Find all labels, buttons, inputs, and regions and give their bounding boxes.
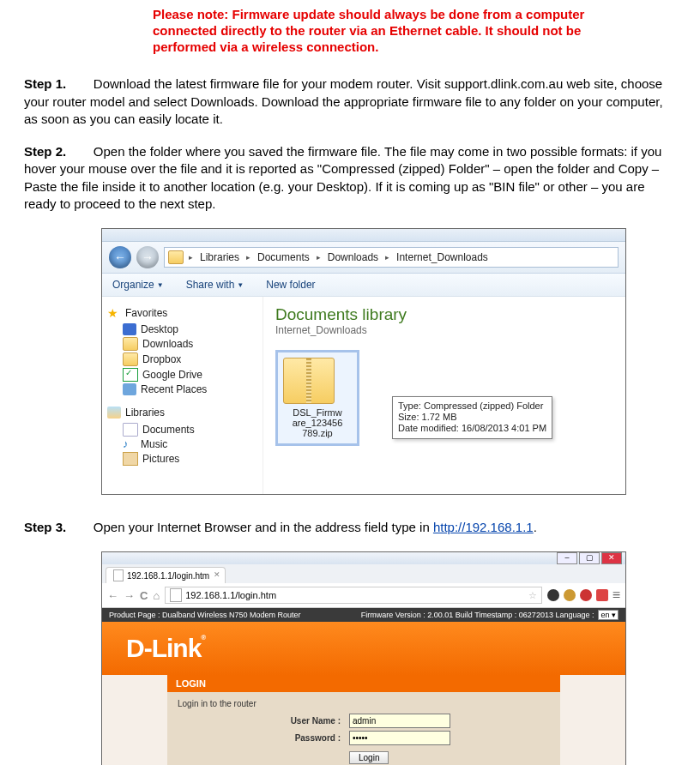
step-2: Step 2. Open the folder where you saved … (24, 143, 676, 213)
file-name-line3: 789.zip (283, 428, 352, 438)
bookmark-star-icon[interactable]: ☆ (528, 590, 537, 601)
dlink-logo: D-Link® (126, 634, 205, 663)
firmware-warning: Please note: Firmware update should alwa… (153, 7, 590, 55)
browser-menu-icon[interactable]: ≡ (612, 589, 620, 601)
nav-desktop[interactable]: Desktop (107, 322, 257, 336)
library-title: Documents library (275, 305, 613, 324)
nav-music[interactable]: ♪Music (107, 437, 257, 451)
document-icon (123, 423, 138, 437)
desktop-icon (123, 323, 136, 335)
nav-favorites[interactable]: ★Favorites (107, 307, 257, 319)
browser-tab[interactable]: 192.168.1.1/login.htm ✕ (106, 567, 226, 583)
crumb-documents[interactable]: Documents (256, 251, 311, 263)
google-drive-icon (123, 368, 138, 382)
extension-icon[interactable] (580, 589, 592, 601)
window-minimize-button[interactable]: – (557, 552, 577, 564)
zip-folder-icon (283, 358, 335, 404)
navigation-pane: ★Favorites Desktop Downloads Dropbox Goo… (102, 297, 262, 494)
login-button[interactable]: Login (349, 751, 389, 764)
nav-downloads[interactable]: Downloads (107, 336, 257, 352)
file-name-line1: DSL_Firmw (283, 407, 352, 418)
nav-recent-places[interactable]: Recent Places (107, 382, 257, 396)
browser-screenshot: – ▢ ✕ 192.168.1.1/login.htm ✕ ← → C ⌂ 19… (101, 551, 626, 765)
step-3-label: Step 3. (24, 519, 75, 536)
libraries-icon (107, 407, 121, 419)
folder-icon (123, 352, 138, 366)
tooltip-date: Date modified: 16/08/2013 4:01 PM (398, 423, 546, 434)
browser-back-button[interactable]: ← (107, 589, 118, 602)
library-subtitle: Internet_Downloads (275, 324, 613, 336)
extension-icon[interactable] (596, 589, 608, 601)
page-icon (113, 569, 124, 581)
crumb-internet-downloads[interactable]: Internet_Downloads (395, 251, 490, 263)
address-bar[interactable]: ▸ Libraries ▸ Documents ▸ Downloads ▸ In… (164, 247, 619, 268)
nav-dropbox[interactable]: Dropbox (107, 352, 257, 367)
firmware-zip-file[interactable]: DSL_Firmw are_123456 789.zip (275, 350, 359, 446)
browser-address-bar[interactable]: 192.168.1.1/login.htm ☆ (165, 587, 541, 604)
extension-icon[interactable] (564, 589, 576, 601)
window-maximize-button[interactable]: ▢ (579, 552, 600, 564)
url-text: 192.168.1.1/login.htm (185, 590, 276, 600)
step-2-label: Step 2. (24, 143, 75, 160)
content-pane: Documents library Internet_Downloads DSL… (262, 297, 625, 494)
password-input[interactable] (349, 731, 450, 745)
language-select[interactable]: en ▾ (598, 610, 619, 620)
browser-home-button[interactable]: ⌂ (153, 589, 160, 602)
step-1-text: Download the latest firmware file for yo… (24, 76, 663, 126)
nav-google-drive[interactable]: Google Drive (107, 367, 257, 382)
new-folder-button[interactable]: New folder (266, 279, 315, 291)
file-tooltip: Type: Compressed (zipped) Folder Size: 1… (392, 396, 552, 439)
tab-title: 192.168.1.1/login.htm (127, 571, 209, 581)
step-1: Step 1. Download the latest firmware fil… (24, 75, 676, 128)
firmware-meta-text: Firmware Version : 2.00.01 Build Timesta… (361, 611, 594, 619)
page-icon (170, 588, 182, 602)
password-label: Password : (178, 733, 349, 743)
step-3-text-before: Open your Internet Browser and in the ad… (94, 520, 433, 534)
username-label: User Name : (178, 716, 349, 726)
tooltip-size: Size: 1.72 MB (398, 412, 546, 423)
share-with-menu[interactable]: Share with ▼ (186, 279, 244, 291)
crumb-downloads[interactable]: Downloads (326, 251, 380, 263)
organize-menu[interactable]: Organize ▼ (112, 279, 164, 291)
tooltip-type: Type: Compressed (zipped) Folder (398, 401, 546, 412)
tab-close-icon[interactable]: ✕ (214, 570, 220, 579)
window-close-button[interactable]: ✕ (601, 552, 622, 564)
file-name-line2: are_123456 (283, 418, 352, 428)
login-hint: Login in to the router (178, 699, 550, 708)
extension-icon[interactable] (547, 589, 559, 601)
nav-back-button[interactable]: ← (109, 246, 131, 268)
explorer-screenshot: ← → ▸ Libraries ▸ Documents ▸ Downloads … (101, 228, 626, 495)
folder-icon (168, 250, 184, 264)
product-page-text: Product Page : Dualband Wireless N750 Mo… (109, 611, 301, 619)
star-icon: ★ (107, 307, 121, 319)
nav-documents[interactable]: Documents (107, 422, 257, 437)
browser-reload-button[interactable]: C (140, 589, 148, 602)
login-heading: LOGIN (167, 675, 560, 692)
step-2-text: Open the folder where you saved the firm… (24, 144, 661, 211)
browser-forward-button[interactable]: → (124, 589, 135, 602)
username-input[interactable] (349, 714, 450, 728)
nav-libraries[interactable]: Libraries (107, 407, 257, 419)
nav-forward-button[interactable]: → (136, 246, 159, 268)
recent-icon (123, 383, 136, 395)
step-1-label: Step 1. (24, 75, 75, 93)
music-icon: ♪ (123, 438, 136, 450)
crumb-libraries[interactable]: Libraries (198, 251, 241, 263)
folder-icon (123, 337, 138, 351)
pictures-icon (123, 452, 138, 466)
router-ip-link[interactable]: http://192.168.1.1 (433, 520, 534, 534)
step-3: Step 3. Open your Internet Browser and i… (24, 519, 676, 536)
nav-pictures[interactable]: Pictures (107, 451, 257, 467)
step-3-text-after: . (534, 520, 537, 534)
